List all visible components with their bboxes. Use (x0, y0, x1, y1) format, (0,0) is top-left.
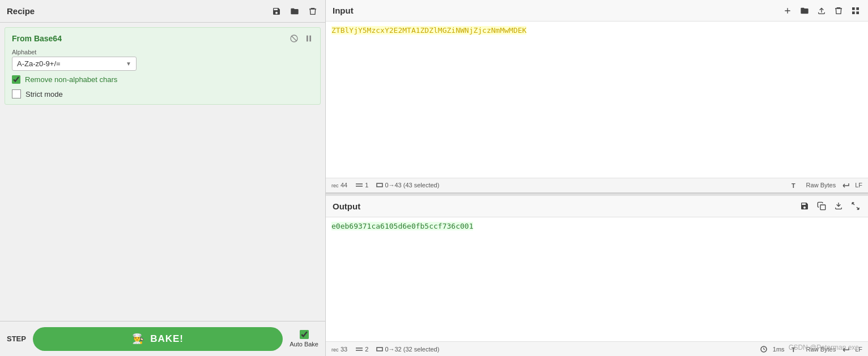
plus-icon (783, 6, 792, 15)
folder-open-icon (800, 6, 809, 15)
strict-mode-row: Strict mode (12, 89, 313, 98)
grid-icon (851, 6, 860, 15)
line-count-icon (355, 182, 363, 188)
svg-rect-17 (377, 348, 382, 351)
output-chars: 33 (341, 346, 347, 353)
output-lf[interactable]: LF (855, 346, 862, 353)
save-recipe-button[interactable] (271, 6, 282, 17)
input-section: Input (326, 0, 868, 194)
input-line-count: 1 (355, 182, 368, 188)
alphabet-field-group: Alphabet A-Za-z0-9+/= ▼ (12, 49, 313, 71)
alphabet-select[interactable]: A-Za-z0-9+/= (17, 59, 126, 68)
output-copy-button[interactable] (816, 200, 827, 212)
input-folder-button[interactable] (799, 5, 810, 16)
output-header: Output (326, 196, 868, 217)
bake-label: BAKE! (150, 333, 184, 345)
input-status-right: T Raw Bytes LF (790, 180, 862, 190)
right-panel: Input (326, 0, 868, 356)
output-status-bar: rec 33 2 0→32 (32 selected) (326, 341, 868, 356)
input-add-button[interactable] (782, 5, 793, 16)
input-range-text: 0→43 (43 selected) (385, 182, 439, 188)
range-icon (376, 182, 383, 188)
output-text: e0eb69371ca6105d6e0fb5ccf736c001 (331, 222, 473, 230)
save-icon (272, 7, 281, 16)
left-panel: Recipe From Base64 (0, 0, 326, 356)
export-icon (817, 6, 826, 15)
output-raw-bytes[interactable]: Raw Bytes (806, 346, 836, 353)
input-chars: 44 (341, 182, 347, 188)
output-content-area[interactable]: e0eb69371ca6105d6e0fb5ccf736c001 (326, 217, 868, 341)
input-content-area[interactable]: ZTBlYjY5MzcxY2E2MTA1ZDZlMGZiNWNjZjczNmMw… (326, 22, 868, 178)
input-range: 0→43 (43 selected) (376, 182, 439, 188)
output-save-button[interactable] (799, 200, 810, 212)
output-to-input-button[interactable] (833, 200, 844, 212)
delete-recipe-button[interactable] (307, 6, 318, 17)
out-char-icon: rec (331, 346, 339, 352)
svg-line-1 (291, 36, 296, 41)
output-expand-button[interactable] (850, 200, 861, 212)
input-grid-button[interactable] (850, 5, 861, 16)
strict-mode-label: Strict mode (25, 90, 63, 98)
operation-card: From Base64 Alphabet (5, 27, 321, 105)
out-range-icon (376, 346, 383, 352)
remove-non-alpha-label: Remove non-alphabet chars (25, 75, 117, 84)
select-arrow-icon: ▼ (126, 61, 131, 67)
op-header-icons (290, 33, 313, 43)
svg-rect-4 (852, 7, 855, 10)
input-status-bar: rec 44 1 0→43 (43 selected) (326, 178, 868, 192)
input-lf[interactable]: LF (855, 182, 862, 188)
send-to-input-icon (834, 201, 843, 211)
svg-rect-13 (820, 205, 826, 210)
input-raw-bytes[interactable]: Raw Bytes (806, 182, 836, 188)
auto-bake-col: Auto Bake (290, 330, 318, 348)
svg-rect-6 (852, 11, 855, 14)
return-icon (841, 182, 849, 188)
disable-icon (290, 34, 299, 43)
bottom-bar: STEP 👨‍🍳 BAKE! Auto Bake (0, 321, 325, 356)
output-lines: 2 (365, 346, 368, 353)
auto-bake-checkbox[interactable] (300, 330, 309, 339)
disable-op-button[interactable] (290, 33, 299, 43)
bake-chef-emoji: 👨‍🍳 (132, 333, 144, 345)
output-title: Output (333, 201, 360, 211)
svg-rect-11 (377, 183, 382, 187)
pause-op-button[interactable] (304, 33, 313, 43)
out-text-type-icon: T (792, 345, 799, 353)
strict-mode-checkbox[interactable] (12, 89, 21, 98)
alphabet-select-wrapper[interactable]: A-Za-z0-9+/= ▼ (12, 57, 137, 71)
input-status-left: rec 44 1 0→43 (43 selected) (331, 182, 439, 188)
svg-rect-3 (309, 36, 311, 42)
input-title: Input (333, 6, 354, 15)
output-range: 0→32 (32 selected) (376, 346, 439, 353)
input-delete-button[interactable] (833, 5, 844, 16)
output-char-count: rec 33 (331, 346, 347, 353)
input-char-count: rec 44 (331, 182, 347, 188)
output-header-icons (799, 200, 861, 212)
save-output-icon (800, 201, 809, 211)
trash-input-icon (834, 6, 843, 15)
output-range-text: 0→32 (32 selected) (385, 346, 439, 353)
folder-icon (290, 7, 299, 16)
input-format-tt-icon[interactable]: T (790, 180, 801, 190)
recipe-empty-area (0, 109, 325, 321)
output-format-tt-icon[interactable]: T (790, 344, 801, 354)
input-lines: 1 (365, 182, 368, 188)
output-section: Output (326, 196, 868, 356)
input-export-button[interactable] (816, 5, 827, 16)
recipe-title: Recipe (7, 6, 35, 16)
svg-text:T: T (792, 182, 795, 189)
output-status-left: rec 33 2 0→32 (32 selected) (331, 346, 439, 353)
remove-non-alpha-checkbox[interactable] (12, 75, 20, 84)
svg-rect-5 (856, 7, 859, 10)
input-header-icons (782, 5, 861, 16)
clock-icon (760, 346, 767, 353)
output-line-count: 2 (355, 346, 368, 353)
alphabet-label: Alphabet (12, 49, 313, 55)
bake-button[interactable]: 👨‍🍳 BAKE! (33, 327, 283, 351)
step-label: STEP (7, 334, 26, 343)
input-text: ZTBlYjY5MzcxY2E2MTA1ZDZlMGZiNWNjZjczNmMw… (331, 26, 526, 35)
open-folder-button[interactable] (289, 6, 300, 17)
out-line-icon (355, 346, 363, 352)
trash-icon (308, 7, 317, 16)
out-return-icon (841, 346, 849, 352)
